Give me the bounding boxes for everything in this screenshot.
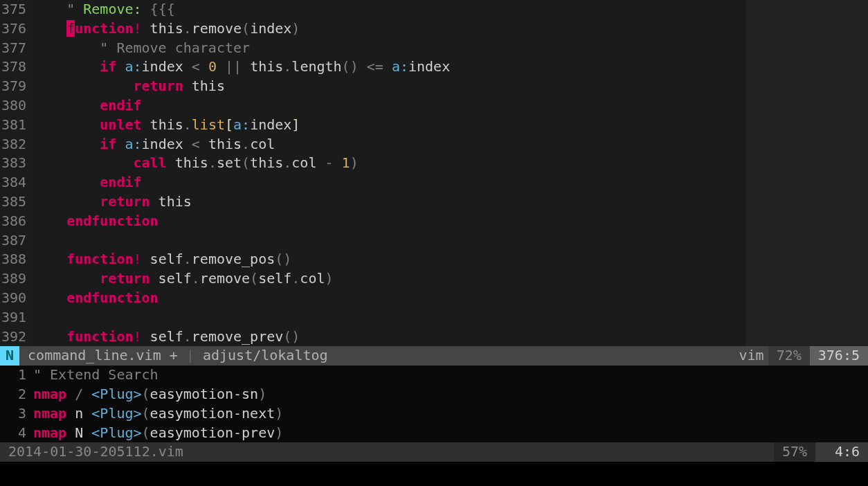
code-content[interactable]: function! self.remove_pos() <box>30 250 746 269</box>
code-line[interactable]: 388 function! self.remove_pos() <box>0 250 868 269</box>
overflow-column <box>746 424 868 443</box>
code-line[interactable]: 375 " Remove: {{{ <box>0 0 868 19</box>
code-content[interactable]: function! self.remove_prev() <box>30 327 746 347</box>
line-number: 381 <box>0 116 30 135</box>
mode-indicator: N <box>0 346 19 366</box>
overflow-column <box>746 385 868 404</box>
code-line[interactable]: 381 unlet this.list[a:index] <box>0 116 868 135</box>
line-number: 378 <box>0 57 30 77</box>
code-line[interactable]: 4nmap N <Plug>(easymotion-prev) <box>0 424 868 443</box>
code-content[interactable]: return this <box>30 77 746 96</box>
line-number: 380 <box>0 96 30 116</box>
top-pane[interactable]: 375 " Remove: {{{376 function! this.remo… <box>0 0 868 346</box>
overflow-column <box>746 154 868 173</box>
statusline-inactive: 2014-01-30-205112.vim 57% 4:6 <box>0 442 868 462</box>
line-number: 392 <box>0 327 30 347</box>
code-content[interactable]: nmap n <Plug>(easymotion-next) <box>30 404 746 424</box>
code-content[interactable]: function! this.remove(index) <box>30 19 746 39</box>
line-number: 389 <box>0 269 30 289</box>
code-line[interactable]: 387 <box>0 231 868 251</box>
code-line[interactable]: 389 return self.remove(self.col) <box>0 269 868 289</box>
overflow-column <box>746 404 868 424</box>
line-number: 3 <box>0 404 30 424</box>
overflow-column <box>746 327 868 347</box>
overflow-column <box>746 96 868 116</box>
overflow-column <box>746 0 868 19</box>
code-content[interactable] <box>30 308 746 327</box>
line-number: 383 <box>0 154 30 173</box>
cursor: f <box>66 20 75 37</box>
code-line[interactable]: 1" Extend Search <box>0 366 868 385</box>
overflow-column <box>746 269 868 289</box>
line-number: 1 <box>0 366 30 385</box>
overflow-column <box>746 57 868 77</box>
percent-indicator: 72% <box>768 346 810 366</box>
code-line[interactable]: 3nmap n <Plug>(easymotion-next) <box>0 404 868 424</box>
line-number: 385 <box>0 192 30 212</box>
line-number: 384 <box>0 173 30 192</box>
code-line[interactable]: 377 " Remove character <box>0 39 868 58</box>
code-line[interactable]: 384 endif <box>0 173 868 192</box>
cursor-position: 4:6 <box>815 442 868 462</box>
line-number: 4 <box>0 424 30 443</box>
line-number: 377 <box>0 39 30 58</box>
overflow-column <box>746 19 868 39</box>
code-line[interactable]: 386 endfunction <box>0 212 868 231</box>
code-line[interactable]: 382 if a:index < this.col <box>0 135 868 154</box>
code-content[interactable]: endfunction <box>30 289 746 308</box>
code-line[interactable]: 380 endif <box>0 96 868 116</box>
code-content[interactable]: " Extend Search <box>30 366 746 385</box>
code-line[interactable]: 379 return this <box>0 77 868 96</box>
code-content[interactable] <box>30 231 746 251</box>
line-number: 376 <box>0 19 30 39</box>
overflow-column <box>746 116 868 135</box>
code-content[interactable]: nmap / <Plug>(easymotion-sn) <box>30 385 746 404</box>
code-content[interactable]: nmap N <Plug>(easymotion-prev) <box>30 424 746 443</box>
overflow-column <box>746 173 868 192</box>
line-number: 379 <box>0 77 30 96</box>
line-number: 388 <box>0 250 30 269</box>
code-line[interactable]: 383 call this.set(this.col - 1) <box>0 154 868 173</box>
status-filename: 2014-01-30-205112.vim <box>0 442 188 462</box>
overflow-column <box>746 192 868 212</box>
overflow-column <box>746 39 868 58</box>
code-content[interactable]: return this <box>30 192 746 212</box>
code-line[interactable]: 378 if a:index < 0 || this.length() <= a… <box>0 57 868 77</box>
code-content[interactable]: return self.remove(self.col) <box>30 269 746 289</box>
code-line[interactable]: 385 return this <box>0 192 868 212</box>
code-content[interactable]: if a:index < this.col <box>30 135 746 154</box>
code-content[interactable]: call this.set(this.col - 1) <box>30 154 746 173</box>
code-content[interactable]: endif <box>30 173 746 192</box>
bottom-pane[interactable]: 1" Extend Search2nmap / <Plug>(easymotio… <box>0 366 868 442</box>
percent-indicator: 57% <box>774 442 815 462</box>
code-content[interactable]: if a:index < 0 || this.length() <= a:ind… <box>30 57 746 77</box>
line-number: 2 <box>0 385 30 404</box>
code-content[interactable]: endfunction <box>30 212 746 231</box>
overflow-column <box>746 77 868 96</box>
line-number: 390 <box>0 289 30 308</box>
statusline-active: N command_line.vim + | adjust/lokaltog v… <box>0 346 868 366</box>
line-number: 391 <box>0 308 30 327</box>
line-number: 382 <box>0 135 30 154</box>
overflow-column <box>746 366 868 385</box>
vim-editor: 375 " Remove: {{{376 function! this.remo… <box>0 0 868 486</box>
code-content[interactable]: unlet this.list[a:index] <box>30 116 746 135</box>
filetype-indicator: vim <box>735 346 768 366</box>
line-number: 386 <box>0 212 30 231</box>
code-line[interactable]: 391 <box>0 308 868 327</box>
code-line[interactable]: 2nmap / <Plug>(easymotion-sn) <box>0 385 868 404</box>
overflow-column <box>746 250 868 269</box>
overflow-column <box>746 231 868 251</box>
code-content[interactable]: " Remove: {{{ <box>30 0 746 19</box>
code-line[interactable]: 392 function! self.remove_prev() <box>0 327 868 347</box>
code-line[interactable]: 376 function! this.remove(index) <box>0 19 868 39</box>
overflow-column <box>746 289 868 308</box>
line-number: 375 <box>0 0 30 19</box>
code-content[interactable]: endif <box>30 96 746 116</box>
overflow-column <box>746 308 868 327</box>
status-filename: command_line.vim + | adjust/lokaltog <box>24 346 332 366</box>
code-line[interactable]: 390 endfunction <box>0 289 868 308</box>
line-number: 387 <box>0 231 30 251</box>
overflow-column <box>746 212 868 231</box>
code-content[interactable]: " Remove character <box>30 39 746 58</box>
